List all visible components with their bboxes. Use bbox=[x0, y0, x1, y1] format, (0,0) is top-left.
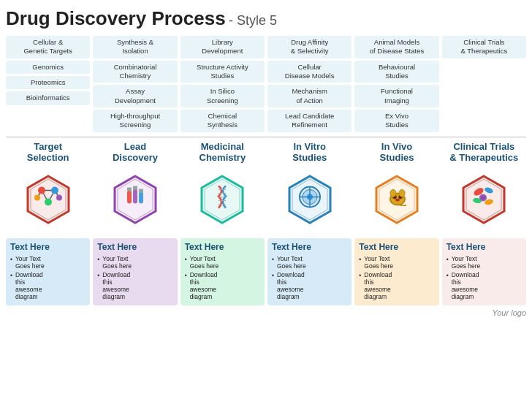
svg-rect-18 bbox=[133, 186, 137, 189]
bullet-text: Your Text Goes here bbox=[277, 255, 306, 270]
main-content: Cellular & Genetic TargetsGenomicsProteo… bbox=[6, 36, 526, 305]
bullet-dot: • bbox=[446, 256, 449, 263]
info-col-2: Synthesis & IsolationCombinatorial Chemi… bbox=[93, 36, 177, 132]
hexagon-2 bbox=[109, 173, 162, 226]
card-bullet: •Your Text Goes here bbox=[10, 255, 86, 270]
card-bullet: •Your Text Goes here bbox=[185, 255, 260, 270]
svg-point-7 bbox=[38, 186, 45, 194]
hex-container-4 bbox=[267, 167, 352, 232]
page-wrapper: Drug Discovery Process - Style 5 Cellula… bbox=[0, 0, 532, 399]
info-item: Assay Development bbox=[93, 85, 177, 107]
info-item: Functional Imaging bbox=[354, 85, 438, 107]
hex-container-2 bbox=[93, 167, 177, 232]
info-item: Chemical Synthesis bbox=[180, 110, 265, 132]
info-item: High-throughput Screening bbox=[93, 110, 177, 132]
phase-label-3: Medicinal Chemistry bbox=[180, 141, 265, 164]
bullet-text: Your Text Goes here bbox=[15, 255, 45, 270]
info-grid: Cellular & Genetic TargetsGenomicsProteo… bbox=[6, 36, 526, 132]
hexagon-4 bbox=[284, 173, 336, 226]
info-item: Lead Candidate Refinement bbox=[267, 110, 352, 132]
hexagon-1 bbox=[22, 173, 75, 226]
hex-container-5 bbox=[354, 167, 438, 232]
phase-label-2: Lead Discovery bbox=[93, 141, 177, 164]
phase-label-6: Clinical Trials & Therapeutics bbox=[442, 141, 526, 164]
svg-rect-15 bbox=[133, 189, 137, 203]
bullet-dot: • bbox=[446, 272, 449, 279]
bullet-dot: • bbox=[97, 272, 99, 279]
bullet-text: Your Text Goes here bbox=[364, 255, 393, 270]
info-item: Clinical Trials & Therapeutics bbox=[442, 36, 526, 58]
info-item: Drug Affinity & Selectivity bbox=[267, 36, 352, 58]
info-item: Ex Vivo Studies bbox=[354, 110, 438, 132]
phase-label-5: In Vivo Studies bbox=[354, 141, 438, 164]
card-5: Text Here•Your Text Goes here•Download t… bbox=[354, 238, 438, 305]
card-title-6: Text Here bbox=[446, 242, 522, 252]
bullet-dot: • bbox=[185, 256, 187, 263]
card-bullet: •Your Text Goes here bbox=[272, 255, 347, 270]
bullet-text: Download this awesome diagram bbox=[15, 271, 43, 300]
svg-point-9 bbox=[45, 198, 52, 205]
bullet-dot: • bbox=[97, 256, 99, 263]
bullet-text: Your Text Goes here bbox=[102, 255, 132, 270]
info-item: Library Development bbox=[180, 36, 265, 58]
info-col-1: Cellular & Genetic TargetsGenomicsProteo… bbox=[6, 36, 90, 132]
svg-point-44 bbox=[395, 198, 400, 201]
info-item: Behavioural Studies bbox=[354, 61, 438, 83]
svg-point-42 bbox=[390, 189, 396, 197]
phase-labels: Target SelectionLead DiscoveryMedicinal … bbox=[6, 141, 526, 164]
info-item: Genomics bbox=[6, 61, 90, 74]
card-bullet: •Download this awesome diagram bbox=[185, 271, 260, 300]
bullet-text: Download this awesome diagram bbox=[277, 271, 305, 300]
phase-label-4: In Vitro Studies bbox=[267, 141, 352, 164]
info-col-6: Clinical Trials & Therapeutics bbox=[442, 36, 526, 132]
card-bullet: •Download this awesome diagram bbox=[97, 271, 172, 300]
logo-text: Your logo bbox=[493, 308, 526, 317]
card-bullet: •Your Text Goes here bbox=[359, 255, 434, 270]
bullet-text: Download this awesome diagram bbox=[102, 271, 130, 300]
info-item: Combinatorial Chemistry bbox=[93, 61, 177, 83]
bullet-dot: • bbox=[272, 256, 274, 263]
bullet-text: Download this awesome diagram bbox=[364, 271, 392, 300]
bullet-dot: • bbox=[185, 272, 187, 279]
hexagon-3 bbox=[196, 173, 248, 226]
info-col-3: Library DevelopmentStructure Activity St… bbox=[180, 36, 265, 132]
card-bullet: •Download this awesome diagram bbox=[359, 271, 434, 300]
hex-container-6 bbox=[442, 167, 526, 232]
bullet-dot: • bbox=[359, 256, 361, 263]
bullet-dot: • bbox=[10, 272, 12, 279]
title-row: Drug Discovery Process - Style 5 bbox=[6, 7, 526, 30]
info-col-5: Animal Models of Disease StatesBehaviour… bbox=[354, 36, 438, 132]
bullet-text: Your Text Goes here bbox=[190, 255, 219, 270]
hex-container-3 bbox=[180, 167, 265, 232]
info-col-4: Drug Affinity & SelectivityCellular Dise… bbox=[267, 36, 352, 132]
card-2: Text Here•Your Text Goes here•Download t… bbox=[93, 238, 177, 305]
svg-point-43 bbox=[399, 189, 405, 197]
svg-rect-17 bbox=[127, 187, 132, 191]
card-3: Text Here•Your Text Goes here•Download t… bbox=[180, 238, 265, 305]
card-bullet: •Download this awesome diagram bbox=[10, 271, 86, 300]
info-item: Structure Activity Studies bbox=[180, 61, 265, 83]
hex-icon-4 bbox=[296, 183, 324, 216]
info-item: Synthesis & Isolation bbox=[93, 36, 177, 58]
card-title-4: Text Here bbox=[272, 242, 347, 252]
card-title-1: Text Here bbox=[10, 242, 86, 252]
card-title-2: Text Here bbox=[97, 242, 172, 252]
svg-point-10 bbox=[34, 194, 40, 200]
svg-rect-19 bbox=[139, 189, 143, 192]
card-4: Text Here•Your Text Goes here•Download t… bbox=[267, 238, 352, 305]
hex-icon-2 bbox=[121, 183, 149, 216]
svg-point-8 bbox=[51, 186, 58, 194]
card-title-3: Text Here bbox=[185, 242, 260, 252]
bullet-text: Download this awesome diagram bbox=[452, 271, 479, 300]
svg-point-11 bbox=[56, 194, 62, 200]
card-1: Text Here•Your Text Goes here•Download t… bbox=[6, 238, 90, 305]
svg-rect-14 bbox=[127, 190, 132, 203]
card-title-5: Text Here bbox=[359, 242, 434, 252]
hexagon-6 bbox=[457, 173, 510, 226]
bullet-dot: • bbox=[359, 272, 361, 279]
svg-rect-16 bbox=[139, 191, 143, 203]
hex-icon-5 bbox=[383, 183, 411, 216]
bullet-text: Download this awesome diagram bbox=[190, 271, 218, 300]
info-item: Mechanism of Action bbox=[267, 85, 352, 107]
hex-icon-3 bbox=[208, 183, 236, 216]
